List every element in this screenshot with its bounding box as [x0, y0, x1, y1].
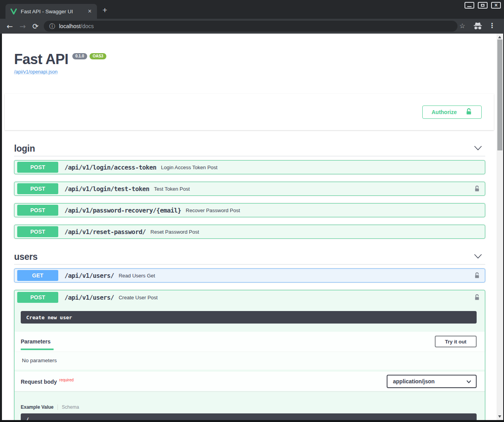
divider	[57, 404, 58, 410]
parameters-header: Parameters Try it out	[14, 332, 485, 351]
media-type-select[interactable]: application/json	[387, 375, 477, 388]
url-host: localhost	[59, 23, 81, 29]
window-maximize-button[interactable]	[478, 2, 488, 9]
auth-lock-icon[interactable]	[474, 185, 480, 192]
scheme-container: Authorize	[5, 94, 494, 130]
method-badge: POST	[17, 292, 58, 303]
method-badge: POST	[17, 205, 58, 216]
tab-title: Fast API - Swagger UI	[21, 9, 86, 14]
maximize-icon	[481, 4, 484, 7]
op-path: /api/v1/password-recovery/{email}	[65, 207, 181, 214]
close-icon: ×	[494, 3, 497, 7]
window-minimize-button[interactable]	[465, 2, 474, 9]
scrollbar-up-arrow[interactable]	[498, 36, 501, 38]
url-bar[interactable]: ⓘ localhost/docs	[44, 21, 457, 32]
op-path: /api/v1/users/	[65, 272, 114, 279]
chevron-down-icon[interactable]	[474, 145, 482, 152]
op-path: /api/v1/login/access-token	[65, 164, 156, 171]
version-badge: 0.1.0	[72, 53, 87, 59]
swagger-page: Fast API 0.1.0 OAS3 /api/v1/openapi.json…	[2, 34, 497, 420]
section-header-users[interactable]: users	[14, 249, 485, 265]
page-title: Fast API	[14, 53, 68, 66]
browser-menu-icon[interactable]: ⋮	[489, 21, 495, 29]
op-path: /api/v1/users/	[65, 294, 114, 301]
op-summary: Recover Password Post	[186, 207, 240, 213]
browser-toolbar: ← → ⟳ ⓘ localhost/docs ☆ ⋮	[0, 19, 504, 34]
authorize-label: Authorize	[432, 109, 457, 115]
op-path: /api/v1/reset-password/	[65, 228, 146, 236]
api-info: Fast API 0.1.0 OAS3 /api/v1/openapi.json	[14, 53, 497, 75]
operation-description: Create new user	[21, 311, 477, 324]
browser-titlebar: Fast API - Swagger UI × + ×	[0, 0, 504, 19]
window-close-button[interactable]: ×	[491, 2, 501, 9]
scrollbar-down-arrow[interactable]	[498, 415, 501, 418]
scrollbar-thumb[interactable]	[497, 39, 502, 150]
op-summary: Test Token Post	[154, 186, 190, 192]
auth-lock-icon[interactable]	[474, 294, 480, 301]
oas-badge: OAS3	[90, 53, 106, 59]
opblock-create-user-header[interactable]: POST /api/v1/users/ Create User Post	[14, 290, 485, 304]
media-type-value: application/json	[393, 378, 435, 384]
opblock-login-access-token[interactable]: POST /api/v1/login/access-token Login Ac…	[14, 160, 485, 174]
try-it-out-button[interactable]: Try it out	[435, 336, 477, 347]
page-info-icon[interactable]: ⓘ	[49, 23, 55, 30]
opblock-login-test-token[interactable]: POST /api/v1/login/test-token Test Token…	[14, 182, 485, 196]
example-code-block[interactable]: {	[21, 413, 477, 420]
opblock-read-users[interactable]: GET /api/v1/users/ Read Users Get	[14, 268, 485, 283]
opblock-password-recovery[interactable]: POST /api/v1/password-recovery/{email} R…	[14, 203, 485, 217]
window-frame-bottom	[0, 420, 504, 422]
section-header-login[interactable]: login	[14, 141, 485, 156]
op-summary: Reset Password Post	[151, 229, 199, 235]
model-example-tabs: Example Value Schema	[21, 404, 485, 410]
schema-tab[interactable]: Schema	[62, 404, 79, 410]
openapi-spec-link[interactable]: /api/v1/openapi.json	[14, 69, 497, 75]
section-users: users GET /api/v1/users/ Read Users Get …	[14, 249, 485, 420]
new-tab-button[interactable]: +	[102, 6, 107, 14]
opblock-create-user-expanded: POST /api/v1/users/ Create User Post Cre…	[14, 290, 485, 420]
method-badge: POST	[17, 183, 58, 194]
no-parameters-text: No parameters	[14, 351, 485, 370]
section-title: login	[14, 143, 35, 154]
reload-button[interactable]: ⟳	[32, 22, 39, 30]
minimize-icon	[467, 6, 472, 7]
browser-tab[interactable]: Fast API - Swagger UI ×	[5, 4, 97, 19]
opblock-reset-password[interactable]: POST /api/v1/reset-password/ Reset Passw…	[14, 225, 485, 239]
forward-button[interactable]: →	[20, 22, 26, 30]
swagger-favicon-icon	[10, 8, 17, 15]
request-body-label: Request bodyrequired	[21, 378, 74, 385]
back-button[interactable]: ←	[7, 22, 13, 30]
page-scrollbar[interactable]	[497, 34, 503, 420]
method-badge: POST	[17, 226, 58, 237]
auth-lock-icon[interactable]	[474, 272, 480, 279]
example-value-tab[interactable]: Example Value	[21, 404, 54, 410]
tab-close-icon[interactable]: ×	[86, 8, 93, 14]
request-body-header: Request bodyrequired application/json	[14, 372, 485, 391]
select-chevron-icon	[466, 378, 471, 384]
parameters-tab[interactable]: Parameters	[21, 332, 50, 351]
op-summary: Create User Post	[118, 295, 158, 300]
url-path: /docs	[81, 23, 93, 29]
required-marker: required	[59, 378, 74, 382]
bookmark-star-icon[interactable]: ☆	[459, 22, 465, 30]
method-badge: GET	[17, 270, 58, 281]
section-login: login POST /api/v1/login/access-token Lo…	[14, 141, 485, 239]
authorize-button[interactable]: Authorize	[422, 106, 482, 119]
chevron-down-icon[interactable]	[474, 253, 482, 260]
incognito-icon	[473, 22, 482, 32]
section-title: users	[14, 252, 38, 262]
unlock-icon	[465, 108, 472, 116]
method-badge: POST	[17, 162, 58, 173]
op-summary: Read Users Get	[118, 273, 155, 279]
window-frame-left	[0, 34, 2, 422]
op-path: /api/v1/login/test-token	[65, 185, 149, 193]
op-summary: Login Access Token Post	[161, 165, 217, 170]
